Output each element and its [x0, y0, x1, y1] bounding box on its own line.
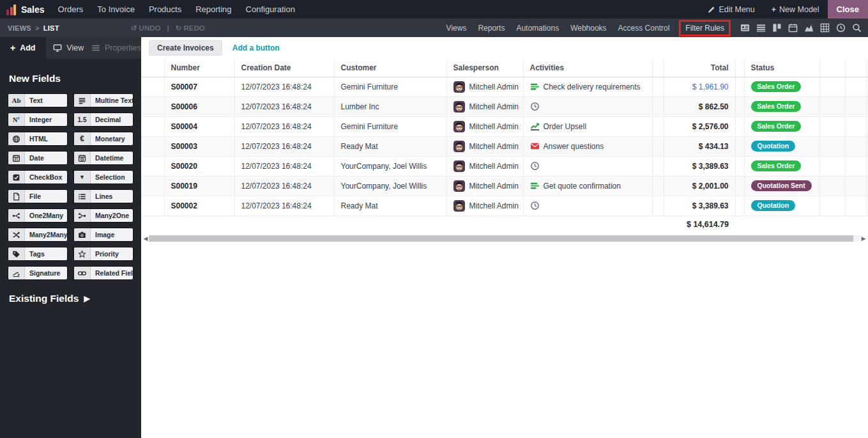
cell-salesperson[interactable]: Mitchell Admin [446, 196, 523, 215]
col-header-creation-date[interactable]: Creation Date [234, 59, 334, 77]
field-type-decimal[interactable]: 1.5Decimal [73, 113, 133, 127]
cell-status[interactable]: Sales Order [744, 156, 819, 176]
row-handle-cell[interactable] [141, 156, 164, 176]
cell-total[interactable]: $ 2,576.00 [664, 116, 735, 136]
cell-number[interactable]: S00003 [164, 136, 234, 156]
menu-item-reporting[interactable]: Reporting [188, 0, 238, 19]
cell-salesperson[interactable]: Mitchell Admin [446, 116, 523, 136]
create-invoices-button[interactable]: Create Invoices [149, 40, 222, 56]
breadcrumb-views[interactable]: VIEWS [8, 24, 31, 32]
scrollbar-thumb[interactable] [149, 235, 853, 242]
cell-activities[interactable]: Get quote confirmation [523, 176, 652, 196]
redo-button[interactable]: ↻ REDO [176, 24, 205, 33]
add-a-button-link[interactable]: Add a button [232, 43, 280, 52]
tab-automations[interactable]: Automations [510, 21, 565, 35]
tab-views[interactable]: Views [441, 21, 473, 35]
cell-activities[interactable] [523, 196, 652, 215]
cell-salesperson[interactable]: Mitchell Admin [446, 136, 523, 156]
field-type-text[interactable]: AbText [8, 93, 68, 107]
cell-salesperson[interactable]: Mitchell Admin [446, 97, 523, 116]
row-handle-cell[interactable] [141, 176, 164, 196]
menu-item-orders[interactable]: Orders [51, 0, 91, 19]
row-handle-cell[interactable] [141, 116, 164, 136]
cell-creation-date[interactable]: 12/07/2023 16:48:24 [234, 116, 334, 136]
tasks-icon[interactable] [530, 181, 540, 191]
cell-customer[interactable]: Gemini Furniture [334, 77, 446, 97]
brand[interactable]: Sales [0, 0, 51, 19]
graph-view-icon[interactable] [803, 23, 814, 33]
sidebar-tab-view[interactable]: View [46, 37, 92, 59]
field-type-one2many[interactable]: One2Many [8, 208, 68, 223]
field-type-file[interactable]: File [8, 189, 68, 203]
cell-status[interactable]: Quotation [744, 196, 819, 215]
cell-creation-date[interactable]: 12/07/2023 16:48:24 [234, 77, 334, 97]
cell-number[interactable]: S00019 [164, 176, 234, 196]
cell-activities[interactable]: Order Upsell [523, 116, 652, 136]
cell-total[interactable]: $ 862.50 [664, 97, 735, 116]
list-view-icon[interactable] [756, 23, 766, 33]
cell-creation-date[interactable]: 12/07/2023 16:48:24 [234, 136, 334, 156]
table-row[interactable]: S0000312/07/2023 16:48:24Ready MatMitche… [141, 136, 868, 156]
cell-status[interactable]: Quotation Sent [744, 176, 819, 196]
edit-menu-button[interactable]: Edit Menu [699, 0, 763, 19]
cell-customer[interactable]: Ready Mat [334, 136, 446, 156]
cell-customer[interactable]: YourCompany, Joel Willis [334, 156, 446, 176]
row-handle-cell[interactable] [141, 136, 164, 156]
scrollbar-track[interactable] [149, 235, 860, 242]
menu-item-configuration[interactable]: Configuration [239, 0, 302, 19]
close-button[interactable]: Close [828, 0, 868, 19]
cell-status[interactable]: Sales Order [744, 116, 819, 136]
sidebar-tab-properties[interactable]: Properties [91, 37, 141, 59]
row-handle-cell[interactable] [141, 97, 164, 116]
existing-fields-toggle[interactable]: Existing Fields ▶ [9, 293, 133, 304]
cell-customer[interactable]: Gemini Furniture [334, 116, 446, 136]
cell-creation-date[interactable]: 12/07/2023 16:48:24 [234, 196, 334, 215]
cell-number[interactable]: S00007 [164, 77, 234, 97]
kanban-view-icon[interactable] [772, 23, 782, 33]
table-row[interactable]: S0000612/07/2023 16:48:24Lumber IncMitch… [141, 97, 868, 116]
cell-creation-date[interactable]: 12/07/2023 16:48:24 [234, 156, 334, 176]
field-type-monetary[interactable]: €Monetary [73, 132, 133, 146]
field-type-many2many[interactable]: Many2Many [8, 228, 68, 242]
cell-number[interactable]: S00020 [164, 156, 234, 176]
menu-item-to-invoice[interactable]: To Invoice [90, 0, 142, 19]
cell-status[interactable]: Sales Order [744, 97, 819, 116]
table-row[interactable]: S0001912/07/2023 16:48:24YourCompany, Jo… [141, 176, 868, 196]
field-type-html[interactable]: HTML [8, 132, 68, 146]
cell-creation-date[interactable]: 12/07/2023 16:48:24 [234, 176, 334, 196]
new-model-button[interactable]: + New Model [763, 0, 828, 19]
cell-number[interactable]: S00002 [164, 196, 234, 215]
mail-icon[interactable] [530, 141, 540, 151]
col-header-customer[interactable]: Customer [334, 59, 446, 77]
field-type-checkbox[interactable]: CheckBox [8, 170, 68, 184]
field-type-tags[interactable]: Tags [8, 247, 68, 261]
cell-total[interactable]: $ 2,001.00 [664, 176, 735, 196]
field-type-priority[interactable]: Priority [73, 247, 133, 261]
cell-activities[interactable]: Check delivery requirements [523, 77, 652, 97]
col-header-salesperson[interactable]: Salesperson [446, 59, 523, 77]
cell-customer[interactable]: Ready Mat [334, 196, 446, 215]
search-view-icon[interactable] [851, 23, 862, 33]
field-type-signature[interactable]: Signature [8, 266, 68, 280]
cell-total[interactable]: $ 1,961.90 [664, 77, 735, 97]
cell-total[interactable]: $ 3,389.63 [664, 196, 735, 215]
field-type-related-field[interactable]: Related Field [73, 266, 133, 280]
field-type-datetime[interactable]: Datetime [73, 151, 133, 165]
cell-creation-date[interactable]: 12/07/2023 16:48:24 [234, 97, 334, 116]
activity-view-icon[interactable] [835, 23, 846, 33]
form-view-icon[interactable] [740, 23, 750, 33]
cell-salesperson[interactable]: Mitchell Admin [446, 156, 523, 176]
clock-icon[interactable] [530, 201, 540, 210]
cell-total[interactable]: $ 434.13 [664, 136, 735, 156]
cell-activities[interactable] [523, 97, 652, 116]
pivot-view-icon[interactable] [819, 23, 830, 33]
field-type-selection[interactable]: ▼Selection [73, 170, 133, 184]
row-handle-cell[interactable] [141, 196, 164, 215]
col-header-total[interactable]: Total [664, 59, 735, 77]
field-type-many2one[interactable]: Many2One [73, 208, 133, 223]
calendar-view-icon[interactable] [788, 23, 798, 33]
undo-button[interactable]: ↺ UNDO [131, 24, 161, 33]
menu-item-products[interactable]: Products [142, 0, 188, 19]
tab-reports[interactable]: Reports [472, 21, 510, 35]
chart-icon[interactable] [530, 121, 540, 131]
